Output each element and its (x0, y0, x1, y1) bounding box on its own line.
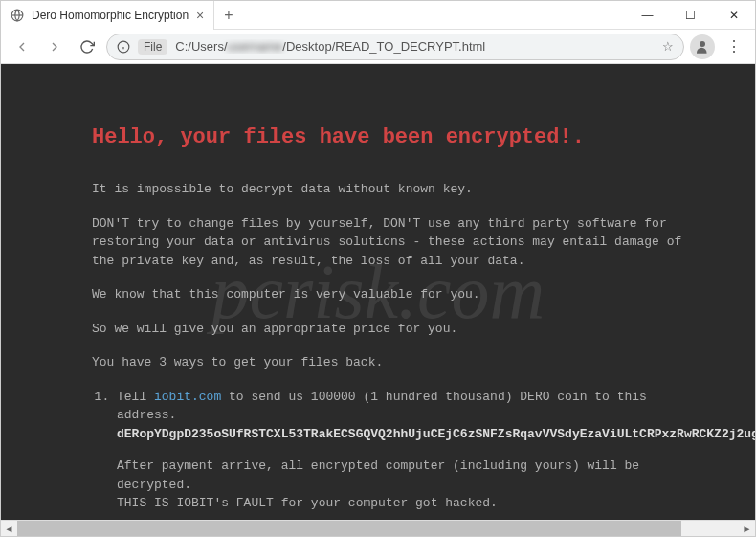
globe-icon (11, 9, 24, 22)
scroll-right-arrow[interactable]: ► (739, 524, 755, 534)
browser-window: Dero Homomorphic Encryption × + — ☐ ✕ Fi… (0, 0, 756, 537)
page-body: Hello, your files have been encrypted!. … (1, 64, 755, 520)
forward-button[interactable] (41, 34, 68, 60)
browser-tab[interactable]: Dero Homomorphic Encryption × (1, 1, 214, 30)
menu-button[interactable]: ⋮ (721, 37, 747, 56)
file-scheme-label: File (138, 39, 167, 55)
scroll-thumb[interactable] (17, 521, 681, 536)
paragraph: After payment arrive, all encrypted comp… (117, 457, 710, 494)
paragraph: So we will give you an appropriate price… (92, 320, 704, 339)
arrow-left-icon (14, 39, 30, 55)
new-tab-button[interactable]: + (214, 7, 242, 24)
info-icon (117, 40, 130, 54)
titlebar: Dero Homomorphic Encryption × + — ☐ ✕ (1, 1, 755, 30)
svg-point-5 (700, 41, 705, 47)
profile-avatar[interactable] (690, 34, 715, 59)
bookmark-star-icon[interactable]: ☆ (662, 39, 674, 54)
scroll-left-arrow[interactable]: ◄ (1, 524, 17, 534)
scroll-track[interactable] (17, 521, 739, 536)
iobit-link[interactable]: iobit.com (154, 390, 221, 404)
toolbar: File C:/Users/username/Desktop/READ_TO_D… (1, 30, 755, 64)
address-bar[interactable]: File C:/Users/username/Desktop/READ_TO_D… (106, 34, 684, 60)
minimize-button[interactable]: — (626, 1, 669, 30)
arrow-right-icon (47, 39, 62, 55)
paragraph: THIS IS IOBIT's FAULT for your computer … (117, 494, 710, 513)
options-list: Tell iobit.com to send us 100000 (1 hund… (92, 388, 755, 521)
wallet-address: dERopYDgpD235oSUfRSTCXL53TRakECSGQVQ2hhU… (117, 427, 755, 441)
back-button[interactable] (9, 34, 35, 60)
content-area: Hello, your files have been encrypted!. … (1, 64, 755, 520)
reload-button[interactable] (74, 34, 100, 60)
tab-title: Dero Homomorphic Encryption (32, 9, 189, 22)
person-icon (694, 38, 711, 56)
paragraph: We know that this computer is very valua… (92, 285, 704, 304)
list-item: Tell iobit.com to send us 100000 (1 hund… (117, 388, 710, 513)
paragraph: You have 3 ways to get your files back. (92, 353, 704, 372)
horizontal-scrollbar[interactable]: ◄ ► (1, 520, 755, 536)
paragraph: DON'T try to change files by yourself, D… (92, 214, 704, 271)
page-heading: Hello, your files have been encrypted!. (92, 122, 755, 153)
tab-close-icon[interactable]: × (196, 8, 204, 23)
close-button[interactable]: ✕ (712, 1, 755, 30)
maximize-button[interactable]: ☐ (669, 1, 712, 30)
paragraph: It is impossible to decrypt data without… (92, 180, 704, 199)
url-text: C:/Users/username/Desktop/READ_TO_DECRYP… (175, 39, 655, 54)
reload-icon (79, 39, 95, 55)
